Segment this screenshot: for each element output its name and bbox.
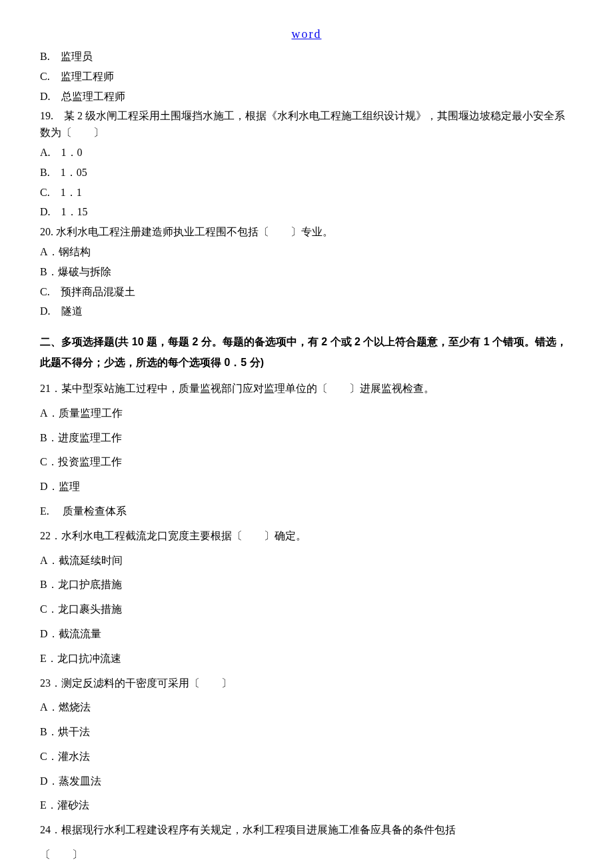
option-c: C. 监理工程师 <box>40 69 573 85</box>
option-b: B．进度监理工作 <box>40 430 573 447</box>
question-text: 22．水利水电工程截流龙口宽度主要根据〔 〕确定。 <box>40 528 573 545</box>
question-text: 20. 水利水电工程注册建造师执业工程围不包括〔 〕专业。 <box>40 224 573 241</box>
option-a: A．质量监理工作 <box>40 405 573 422</box>
option-a: A．截流延续时间 <box>40 553 573 569</box>
option-d: D．监理 <box>40 479 573 495</box>
option-d: D. 总监理工程师 <box>40 89 573 105</box>
option-e: E．龙口抗冲流速 <box>40 651 573 667</box>
option-b: B．烘干法 <box>40 724 573 741</box>
option-a: A. 1．0 <box>40 145 573 161</box>
option-b: B. 1．05 <box>40 165 573 181</box>
question-text-2: 〔 〕 <box>40 847 573 863</box>
option-c: C．龙口裹头措施 <box>40 601 573 618</box>
option-c: C．投资监理工作 <box>40 454 573 471</box>
question-text: 24．根据现行水利工程建设程序有关规定，水利工程项目进展施工准备应具备的条件包括 <box>40 822 573 839</box>
question-text: 19. 某 2 级水闸工程采用土围堰挡水施工，根据《水利水电工程施工组织设计规》… <box>40 108 573 141</box>
option-d: D. 隧道 <box>40 303 573 320</box>
option-d: D．截流流量 <box>40 626 573 643</box>
question-23: 23．测定反滤料的干密度可采用〔 〕 A．燃烧法 B．烘干法 C．灌水法 D．蒸… <box>40 675 573 815</box>
question-21: 21．某中型泵站施工过程中，质量监视部门应对监理单位的〔 〕进展监视检查。 A．… <box>40 381 573 520</box>
question-24: 24．根据现行水利工程建设程序有关规定，水利工程项目进展施工准备应具备的条件包括… <box>40 822 573 868</box>
option-e: E. 质量检查体系 <box>40 503 573 520</box>
option-b: B．龙口护底措施 <box>40 577 573 593</box>
question-text: 21．某中型泵站施工过程中，质量监视部门应对监理单位的〔 〕进展监视检查。 <box>40 381 573 397</box>
question-22: 22．水利水电工程截流龙口宽度主要根据〔 〕确定。 A．截流延续时间 B．龙口护… <box>40 528 573 667</box>
option-c: C. 1．1 <box>40 185 573 201</box>
option-c: C．灌水法 <box>40 749 573 765</box>
option-a: A．燃烧法 <box>40 699 573 716</box>
section-2-title: 二、多项选择题(共 10 题，每题 2 分。每题的备选项中，有 2 个或 2 个… <box>40 332 573 373</box>
option-c: C. 预拌商品混凝土 <box>40 284 573 301</box>
option-d: D. 1．15 <box>40 204 573 221</box>
option-e: E．灌砂法 <box>40 797 573 814</box>
option-a: A．钢结构 <box>40 244 573 261</box>
option-b: B. 监理员 <box>40 49 573 65</box>
header-link: word <box>40 25 573 43</box>
option-b: B．爆破与拆除 <box>40 264 573 281</box>
option-d: D．蒸发皿法 <box>40 773 573 790</box>
question-19: 19. 某 2 级水闸工程采用土围堰挡水施工，根据《水利水电工程施工组织设计规》… <box>40 108 573 221</box>
header-link-text[interactable]: word <box>292 27 322 41</box>
question-20: 20. 水利水电工程注册建造师执业工程围不包括〔 〕专业。 A．钢结构 B．爆破… <box>40 224 573 320</box>
question-text: 23．测定反滤料的干密度可采用〔 〕 <box>40 675 573 692</box>
question-18-options: B. 监理员 C. 监理工程师 D. 总监理工程师 <box>40 49 573 105</box>
